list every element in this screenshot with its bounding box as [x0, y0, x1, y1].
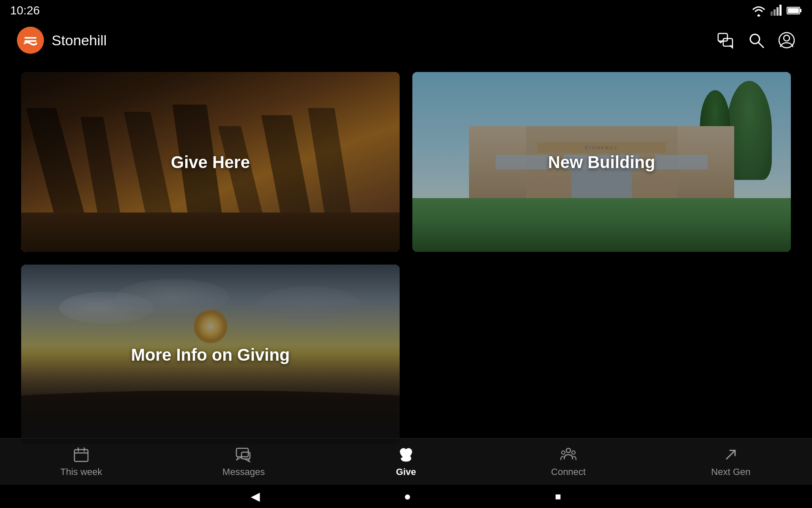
nav-give[interactable]: Give: [368, 442, 444, 482]
svg-point-23: [566, 448, 571, 453]
svg-line-26: [727, 450, 735, 459]
svg-line-12: [758, 42, 763, 47]
give-icon: [398, 446, 414, 463]
signal-icon: [771, 5, 782, 17]
svg-point-24: [562, 451, 565, 454]
svg-rect-3: [779, 5, 782, 16]
app-logo[interactable]: Stonehill: [17, 27, 107, 54]
svg-rect-1: [774, 9, 776, 16]
home-button[interactable]: ●: [404, 490, 411, 503]
main-content: Give Here STONEHILL New: [0, 59, 812, 457]
battery-icon: [787, 6, 802, 15]
more-info-card[interactable]: More Info on Giving: [21, 265, 400, 444]
svg-point-25: [572, 451, 575, 454]
nav-next-gen[interactable]: Next Gen: [693, 442, 769, 482]
nav-messages[interactable]: Messages: [206, 442, 282, 482]
calendar-icon: [73, 446, 90, 463]
give-here-label: Give Here: [171, 152, 250, 171]
profile-icon[interactable]: [778, 32, 795, 49]
svg-rect-6: [800, 9, 801, 12]
status-time: 10:26: [10, 4, 40, 17]
android-nav-bar: ◀ ● ■: [0, 485, 812, 508]
messages-label: Messages: [222, 467, 265, 478]
svg-rect-0: [771, 11, 773, 16]
next-gen-label: Next Gen: [711, 467, 751, 478]
search-icon[interactable]: [748, 32, 765, 49]
next-gen-icon: [722, 446, 739, 463]
nav-connect[interactable]: Connect: [530, 442, 606, 482]
give-here-card[interactable]: Give Here: [21, 72, 400, 252]
connect-label: Connect: [551, 467, 586, 478]
toolbar-actions: [717, 32, 795, 49]
messages-icon: [235, 446, 252, 463]
empty-slot: [412, 265, 791, 444]
back-button[interactable]: ◀: [251, 489, 260, 503]
connect-icon: [560, 446, 577, 463]
recents-button[interactable]: ■: [555, 491, 561, 502]
chat-icon[interactable]: [717, 32, 734, 49]
svg-point-14: [784, 35, 790, 41]
svg-rect-7: [25, 37, 37, 39]
svg-rect-15: [74, 450, 88, 461]
new-building-card[interactable]: STONEHILL New Building: [412, 72, 791, 252]
svg-rect-5: [788, 8, 799, 13]
stonehill-logo-mark: [22, 32, 38, 48]
new-building-label: New Building: [548, 152, 655, 171]
give-label: Give: [396, 467, 416, 478]
status-icons: [751, 5, 802, 17]
toolbar: Stonehill: [0, 21, 812, 59]
nav-this-week[interactable]: This week: [43, 442, 119, 482]
bottom-nav: This week Messages Give: [0, 438, 812, 485]
more-info-label: More Info on Giving: [131, 345, 290, 364]
status-bar: 10:26: [0, 0, 812, 21]
app-name: Stonehill: [52, 32, 107, 49]
logo-icon: [17, 27, 44, 54]
this-week-label: This week: [60, 467, 102, 478]
svg-rect-2: [776, 7, 779, 16]
wifi-icon: [751, 5, 766, 17]
